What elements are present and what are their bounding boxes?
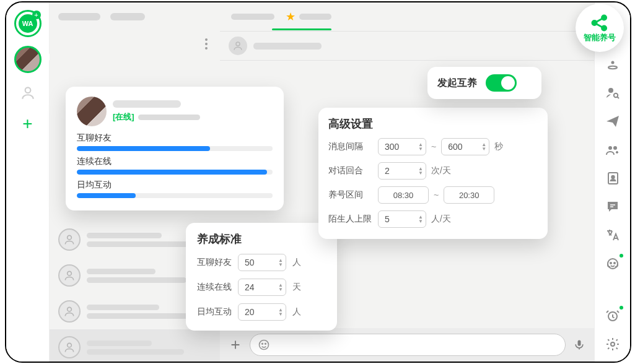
- smart-nurture-badge[interactable]: 智能养号: [576, 4, 624, 52]
- range-separator: ~: [434, 190, 439, 200]
- chat-list-item[interactable]: [50, 329, 220, 363]
- support-icon[interactable]: [604, 255, 621, 272]
- profile-status: [在线]: [113, 111, 134, 123]
- interval-max-stepper[interactable]: 600▲▼: [441, 138, 489, 155]
- standards-title: 养成标准: [197, 232, 326, 246]
- profile-avatar: [77, 97, 107, 126]
- svg-point-12: [613, 93, 617, 97]
- mutual-nurture-toggle[interactable]: [486, 74, 517, 92]
- chat-item-avatar-icon: [58, 264, 81, 287]
- svg-point-0: [25, 87, 30, 93]
- interval-min-value: 300: [385, 142, 399, 152]
- alarm-icon[interactable]: [604, 307, 621, 324]
- standard-row: 互聊好友 50▲▼ 人: [197, 254, 326, 271]
- dialog-label: 对话回合: [328, 165, 373, 176]
- tab-placeholder[interactable]: [110, 13, 145, 20]
- share-icon: [589, 12, 610, 33]
- svg-point-18: [610, 262, 611, 264]
- svg-point-11: [608, 88, 613, 93]
- profile-stats-card: [在线] 互聊好友 连续在线 日均互动: [66, 87, 284, 210]
- advanced-row-stranger: 陌生人上限 5▲▼ 人/天: [328, 210, 538, 228]
- svg-point-4: [68, 343, 72, 347]
- toggle-label: 发起互养: [437, 77, 477, 90]
- svg-point-16: [611, 176, 614, 178]
- stat-row: 互聊好友: [77, 132, 273, 151]
- location-icon[interactable]: [604, 56, 621, 73]
- dialog-unit: 次/天: [431, 165, 451, 176]
- voice-button[interactable]: [573, 339, 585, 351]
- profile-name-placeholder: [113, 100, 181, 108]
- svg-point-19: [614, 262, 615, 264]
- time-to-input[interactable]: 20:30: [444, 186, 494, 204]
- conversation-tabs: ★: [220, 2, 594, 31]
- svg-point-5: [236, 42, 240, 46]
- app-logo[interactable]: WA +: [14, 10, 42, 37]
- svg-point-21: [611, 342, 615, 346]
- standard-row: 日均互动 20▲▼ 人: [197, 303, 326, 321]
- add-account-button[interactable]: +: [17, 113, 39, 135]
- chat-item-avatar-icon: [58, 336, 81, 358]
- stranger-stepper[interactable]: 5▲▼: [378, 210, 426, 228]
- stranger-unit: 人/天: [431, 214, 451, 225]
- standard-unit: 人: [292, 257, 301, 268]
- svg-point-14: [613, 146, 617, 150]
- svg-point-3: [68, 307, 72, 311]
- message-input[interactable]: [250, 334, 566, 356]
- stat-bar: [77, 146, 273, 151]
- svg-point-13: [608, 146, 612, 150]
- svg-point-1: [68, 235, 72, 240]
- conversation-tab-starred[interactable]: ★: [286, 10, 331, 24]
- right-tool-rail: [594, 2, 630, 362]
- standard-value: 20: [245, 307, 255, 317]
- star-icon: ★: [286, 10, 296, 24]
- settings-icon[interactable]: [604, 336, 621, 353]
- time-from-input[interactable]: 08:30: [378, 186, 429, 204]
- standard-stepper[interactable]: 20▲▼: [238, 303, 286, 321]
- interval-label: 消息间隔: [328, 141, 373, 152]
- send-icon[interactable]: [604, 113, 621, 130]
- standard-row: 连续在线 24▲▼ 天: [197, 279, 326, 296]
- range-separator: ~: [431, 142, 436, 152]
- conversation-tab[interactable]: [231, 14, 274, 20]
- search-contact-icon[interactable]: [604, 84, 621, 102]
- standard-stepper[interactable]: 50▲▼: [238, 254, 286, 271]
- interval-min-stepper[interactable]: 300▲▼: [378, 138, 426, 155]
- conversation-avatar-icon: [229, 37, 247, 55]
- smart-nurture-label: 智能养号: [584, 32, 616, 43]
- account-avatar[interactable]: [14, 46, 42, 73]
- svg-point-10: [608, 66, 617, 69]
- group-icon[interactable]: [604, 141, 621, 158]
- advanced-row-dialog: 对话回合 2▲▼ 次/天: [328, 162, 538, 180]
- stat-label: 互聊好友: [77, 132, 273, 144]
- advanced-title: 高级设置: [328, 116, 538, 131]
- standard-stepper[interactable]: 24▲▼: [238, 279, 286, 296]
- emoji-icon: [258, 339, 270, 351]
- more-options-button[interactable]: [199, 38, 214, 50]
- svg-point-8: [265, 344, 266, 345]
- standard-label: 日均互动: [197, 306, 232, 318]
- stat-bar-fill: [77, 193, 136, 198]
- start-mutual-nurture-card: 发起互养: [427, 67, 541, 99]
- conversation-header: [220, 31, 594, 61]
- svg-point-2: [68, 271, 72, 275]
- contacts-icon[interactable]: [17, 82, 39, 104]
- tab-placeholder[interactable]: [58, 13, 100, 20]
- stat-label: 日均互动: [77, 180, 273, 191]
- stat-bar-fill: [77, 146, 210, 151]
- standard-value: 24: [245, 282, 255, 292]
- attach-button[interactable]: [229, 338, 242, 352]
- chat-item-avatar-icon: [58, 228, 81, 251]
- message-input-bar: [220, 328, 594, 362]
- dialog-stepper[interactable]: 2▲▼: [378, 162, 426, 180]
- chat-list-tabs: [50, 2, 220, 31]
- stranger-label: 陌生人上限: [328, 214, 373, 225]
- standard-unit: 人: [292, 306, 301, 318]
- standard-label: 连续在线: [197, 282, 232, 293]
- left-rail: WA + +: [6, 2, 50, 362]
- conversation-title-placeholder: [253, 43, 322, 50]
- translate-icon[interactable]: [604, 227, 621, 244]
- stat-bar: [77, 170, 273, 175]
- svg-point-7: [262, 344, 263, 345]
- contact-book-icon[interactable]: [604, 170, 621, 187]
- chat-icon[interactable]: [604, 198, 621, 215]
